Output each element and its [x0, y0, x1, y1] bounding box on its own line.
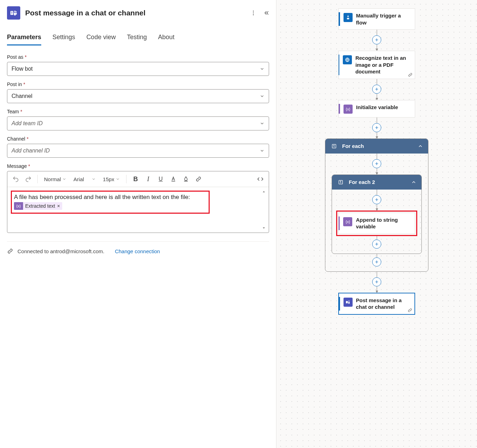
- ai-builder-icon: [343, 55, 352, 64]
- scroll-arrows[interactable]: [262, 190, 266, 230]
- for-each-header[interactable]: For each: [325, 139, 428, 154]
- svg-point-3: [16, 11, 17, 12]
- tab-parameters[interactable]: Parameters: [7, 31, 41, 45]
- post-in-label: Post in: [7, 81, 22, 87]
- connection-icon: [7, 248, 13, 254]
- channel-select[interactable]: Add channel ID: [7, 144, 269, 158]
- team-select[interactable]: Add team ID: [7, 116, 269, 130]
- append-highlight: {x} Append to string variable: [336, 211, 417, 236]
- trigger-card[interactable]: Manually trigger a flow: [338, 8, 415, 30]
- channel-label: Channel: [7, 136, 25, 142]
- svg-rect-13: [346, 301, 348, 303]
- post-as-select[interactable]: Flow bot: [7, 62, 269, 76]
- remove-token-icon[interactable]: ×: [57, 203, 62, 209]
- style-select[interactable]: Normal: [42, 175, 68, 184]
- loop-icon: [330, 142, 338, 150]
- editor-text: A file has been processed and here is al…: [14, 194, 207, 201]
- post-message-card[interactable]: Post message in a chat or channel: [338, 293, 415, 315]
- teams-icon: [344, 298, 353, 307]
- dynamic-token[interactable]: {x} Extracted text ×: [14, 202, 62, 210]
- add-step-button[interactable]: [372, 257, 381, 266]
- initialize-variable-card[interactable]: {x} Initialize variable: [338, 100, 415, 118]
- add-step-button[interactable]: [372, 159, 381, 168]
- chevron-up-icon[interactable]: [418, 143, 423, 149]
- more-icon[interactable]: [250, 10, 256, 16]
- variable-icon: {x}: [14, 202, 23, 210]
- for-each-2-container: For each 2 ▾ {x} Append to string variab…: [332, 175, 422, 254]
- font-color-icon[interactable]: [168, 174, 178, 184]
- code-view-icon[interactable]: [255, 174, 265, 184]
- svg-point-4: [253, 11, 254, 12]
- svg-rect-7: [172, 181, 175, 182]
- loop-icon: [337, 178, 345, 186]
- for-each-container: For each ▾ For each 2 ▾ {x} Append to st…: [325, 138, 428, 272]
- editor-toolbar: Normal Arial 15px B I U: [7, 171, 269, 187]
- redo-icon[interactable]: [23, 174, 33, 184]
- svg-rect-9: [347, 18, 349, 19]
- add-step-button[interactable]: [372, 277, 381, 286]
- post-in-select[interactable]: Channel: [7, 89, 269, 103]
- teams-icon: T: [7, 6, 20, 20]
- trigger-icon: [344, 13, 353, 22]
- tab-settings[interactable]: Settings: [52, 31, 75, 45]
- post-as-label: Post as: [7, 54, 23, 60]
- editor-body[interactable]: A file has been processed and here is al…: [7, 187, 269, 233]
- message-editor: Normal Arial 15px B I U A file has been …: [7, 171, 269, 233]
- collapse-panel-icon[interactable]: [263, 10, 269, 16]
- undo-icon[interactable]: [11, 174, 21, 184]
- chevron-down-icon: [260, 148, 265, 153]
- panel-header: T Post message in a chat or channel: [7, 6, 269, 20]
- chevron-down-icon: [260, 94, 265, 99]
- tab-testing[interactable]: Testing: [127, 31, 147, 45]
- change-connection-link[interactable]: Change connection: [115, 248, 160, 254]
- add-step-button[interactable]: [372, 85, 381, 94]
- for-each-2-header[interactable]: For each 2: [332, 175, 421, 190]
- highlight-icon[interactable]: [181, 174, 191, 184]
- connection-badge-icon: [407, 308, 412, 313]
- add-step-button[interactable]: [372, 240, 381, 249]
- append-string-card[interactable]: {x} Append to string variable: [338, 213, 415, 234]
- connection-text: Connected to antrod@microsoft.com.: [17, 248, 104, 254]
- team-label: Team: [7, 109, 19, 114]
- chevron-down-icon: [260, 121, 265, 126]
- tab-about[interactable]: About: [158, 31, 174, 45]
- svg-point-5: [253, 13, 254, 13]
- add-step-button[interactable]: [372, 35, 381, 44]
- chevron-up-icon[interactable]: [411, 179, 417, 185]
- editor-content-highlight: A file has been processed and here is al…: [11, 191, 210, 214]
- variable-icon: {x}: [344, 105, 353, 114]
- svg-point-6: [253, 14, 254, 15]
- chevron-down-icon: [260, 66, 265, 71]
- svg-point-2: [14, 10, 16, 12]
- bold-icon[interactable]: B: [131, 174, 140, 184]
- connection-row: Connected to antrod@microsoft.com. Chang…: [7, 248, 269, 254]
- svg-point-14: [348, 300, 349, 301]
- add-step-button[interactable]: [372, 123, 381, 132]
- svg-text:T: T: [11, 12, 13, 15]
- recognize-text-card[interactable]: Recognize text in an image or a PDF docu…: [338, 51, 415, 79]
- svg-rect-8: [184, 181, 188, 182]
- message-label: Message: [7, 163, 27, 169]
- font-select[interactable]: Arial: [71, 175, 98, 184]
- underline-icon[interactable]: U: [156, 174, 166, 184]
- tabs: Parameters Settings Code view Testing Ab…: [7, 31, 269, 46]
- flow-canvas[interactable]: Manually trigger a flow ▾ Recognize text…: [276, 0, 477, 448]
- italic-icon[interactable]: I: [143, 174, 153, 184]
- size-select[interactable]: 15px: [101, 175, 122, 184]
- panel-title: Post message in a chat or channel: [25, 9, 245, 17]
- add-step-button[interactable]: [372, 195, 381, 204]
- tab-code-view[interactable]: Code view: [86, 31, 116, 45]
- action-config-panel: T Post message in a chat or channel Para…: [0, 0, 276, 448]
- connection-badge-icon: [408, 72, 413, 77]
- link-icon[interactable]: [194, 174, 203, 184]
- variable-icon: {x}: [343, 217, 352, 226]
